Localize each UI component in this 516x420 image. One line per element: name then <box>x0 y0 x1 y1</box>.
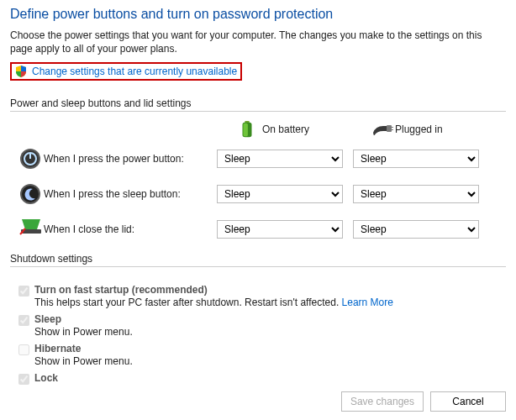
uac-shield-icon <box>15 66 27 77</box>
lock-checkbox[interactable] <box>18 374 29 385</box>
page-intro: Choose the power settings that you want … <box>10 29 506 55</box>
hibernate-desc: Show in Power menu. <box>34 355 133 367</box>
fast-startup-desc: This helps start your PC faster after sh… <box>34 297 393 308</box>
footer-buttons: Save changes Cancel <box>341 391 506 412</box>
battery-icon <box>239 120 255 139</box>
plugged-in-label: Plugged in <box>395 123 443 135</box>
sleep-button-row: When I press the sleep button: Sleep Sle… <box>10 182 506 206</box>
sleep-desc: Show in Power menu. <box>34 326 133 338</box>
save-changes-button[interactable]: Save changes <box>341 391 424 412</box>
on-battery-label: On battery <box>262 123 309 135</box>
power-button-plugged-select[interactable]: Sleep <box>353 150 479 168</box>
hibernate-item: Hibernate Show in Power menu. <box>18 343 506 367</box>
power-button-row: When I press the power button: Sleep Sle… <box>10 147 506 171</box>
svg-rect-5 <box>391 129 393 130</box>
column-headers: On battery Plugged in <box>10 120 506 139</box>
sleep-button-label: When I press the sleep button: <box>44 188 217 200</box>
change-settings-link[interactable]: Change settings that are currently unava… <box>32 66 237 77</box>
sleep-button-plugged-select[interactable]: Sleep <box>353 185 479 203</box>
plug-icon <box>371 120 388 139</box>
hibernate-checkbox[interactable] <box>18 344 29 355</box>
lock-title: Lock <box>34 372 58 384</box>
learn-more-link[interactable]: Learn More <box>342 297 393 308</box>
power-button-label: When I press the power button: <box>44 153 217 165</box>
power-button-battery-select[interactable]: Sleep <box>217 150 343 168</box>
sleep-checkbox[interactable] <box>18 315 29 326</box>
sleep-button-battery-select[interactable]: Sleep <box>217 185 343 203</box>
laptop-lid-icon <box>18 218 42 241</box>
shutdown-section-header: Shutdown settings <box>10 253 506 267</box>
fast-startup-item: Turn on fast startup (recommended) This … <box>18 284 506 308</box>
sleep-button-icon <box>18 182 42 206</box>
svg-rect-2 <box>243 123 248 137</box>
lid-close-battery-select[interactable]: Sleep <box>217 220 343 239</box>
page-title: Define power buttons and turn on passwor… <box>10 7 506 22</box>
change-settings-highlight: Change settings that are currently unava… <box>10 62 242 81</box>
lid-close-plugged-select[interactable]: Sleep <box>353 220 479 239</box>
sleep-title: Sleep <box>34 313 133 325</box>
fast-startup-checkbox[interactable] <box>18 286 29 297</box>
lock-item: Lock <box>18 372 506 385</box>
power-section-header: Power and sleep buttons and lid settings <box>10 97 506 112</box>
lid-close-label: When I close the lid: <box>44 223 217 235</box>
power-button-icon <box>18 147 42 171</box>
svg-rect-4 <box>391 127 393 128</box>
cancel-button[interactable]: Cancel <box>430 391 506 412</box>
hibernate-title: Hibernate <box>34 343 133 354</box>
lid-close-row: When I close the lid: Sleep Sleep <box>10 218 506 241</box>
svg-rect-3 <box>387 125 392 132</box>
sleep-item: Sleep Show in Power menu. <box>18 313 506 338</box>
fast-startup-title: Turn on fast startup (recommended) <box>34 284 393 296</box>
